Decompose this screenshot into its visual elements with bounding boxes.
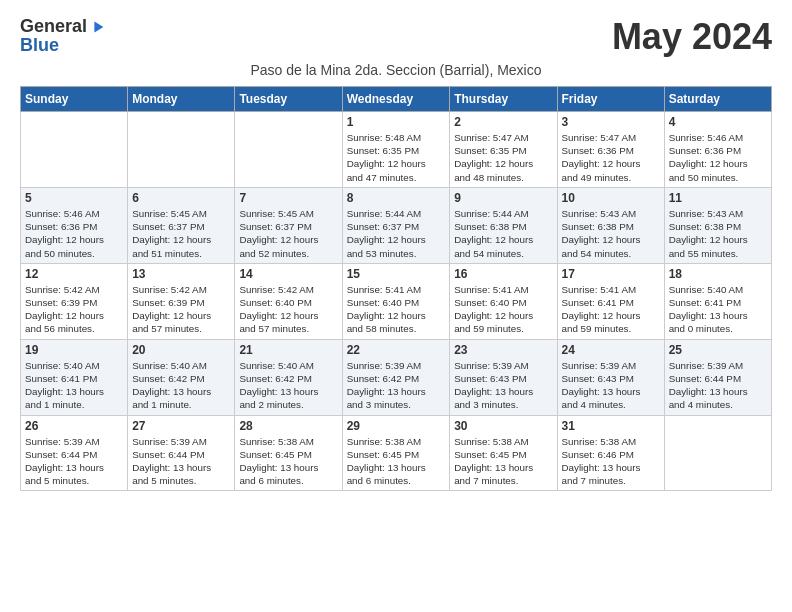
day-info: Sunrise: 5:46 AM Sunset: 6:36 PM Dayligh… [669, 131, 767, 184]
day-info: Sunrise: 5:43 AM Sunset: 6:38 PM Dayligh… [562, 207, 660, 260]
calendar-cell: 6Sunrise: 5:45 AM Sunset: 6:37 PM Daylig… [128, 187, 235, 263]
day-number: 12 [25, 267, 123, 281]
calendar-cell: 30Sunrise: 5:38 AM Sunset: 6:45 PM Dayli… [450, 415, 557, 491]
day-info: Sunrise: 5:39 AM Sunset: 6:43 PM Dayligh… [454, 359, 552, 412]
day-info: Sunrise: 5:38 AM Sunset: 6:45 PM Dayligh… [239, 435, 337, 488]
day-number: 29 [347, 419, 446, 433]
day-number: 26 [25, 419, 123, 433]
calendar-cell: 24Sunrise: 5:39 AM Sunset: 6:43 PM Dayli… [557, 339, 664, 415]
calendar-header-monday: Monday [128, 87, 235, 112]
calendar-cell: 9Sunrise: 5:44 AM Sunset: 6:38 PM Daylig… [450, 187, 557, 263]
day-info: Sunrise: 5:42 AM Sunset: 6:39 PM Dayligh… [25, 283, 123, 336]
day-number: 14 [239, 267, 337, 281]
day-number: 18 [669, 267, 767, 281]
calendar-cell: 27Sunrise: 5:39 AM Sunset: 6:44 PM Dayli… [128, 415, 235, 491]
day-number: 9 [454, 191, 552, 205]
logo-general: General [20, 16, 87, 37]
day-number: 1 [347, 115, 446, 129]
day-info: Sunrise: 5:45 AM Sunset: 6:37 PM Dayligh… [239, 207, 337, 260]
calendar-cell: 12Sunrise: 5:42 AM Sunset: 6:39 PM Dayli… [21, 263, 128, 339]
calendar-cell: 20Sunrise: 5:40 AM Sunset: 6:42 PM Dayli… [128, 339, 235, 415]
day-number: 21 [239, 343, 337, 357]
calendar-week-row: 19Sunrise: 5:40 AM Sunset: 6:41 PM Dayli… [21, 339, 772, 415]
day-info: Sunrise: 5:40 AM Sunset: 6:41 PM Dayligh… [25, 359, 123, 412]
svg-marker-0 [94, 22, 103, 33]
calendar-cell [664, 415, 771, 491]
calendar-cell: 19Sunrise: 5:40 AM Sunset: 6:41 PM Dayli… [21, 339, 128, 415]
day-info: Sunrise: 5:43 AM Sunset: 6:38 PM Dayligh… [669, 207, 767, 260]
day-info: Sunrise: 5:39 AM Sunset: 6:44 PM Dayligh… [132, 435, 230, 488]
day-info: Sunrise: 5:47 AM Sunset: 6:36 PM Dayligh… [562, 131, 660, 184]
day-number: 25 [669, 343, 767, 357]
calendar-cell: 5Sunrise: 5:46 AM Sunset: 6:36 PM Daylig… [21, 187, 128, 263]
day-number: 4 [669, 115, 767, 129]
calendar-cell: 2Sunrise: 5:47 AM Sunset: 6:35 PM Daylig… [450, 112, 557, 188]
logo-arrow-icon [89, 18, 107, 36]
calendar-header-saturday: Saturday [664, 87, 771, 112]
calendar-cell: 10Sunrise: 5:43 AM Sunset: 6:38 PM Dayli… [557, 187, 664, 263]
day-info: Sunrise: 5:38 AM Sunset: 6:46 PM Dayligh… [562, 435, 660, 488]
day-info: Sunrise: 5:41 AM Sunset: 6:40 PM Dayligh… [454, 283, 552, 336]
day-number: 31 [562, 419, 660, 433]
calendar-header-thursday: Thursday [450, 87, 557, 112]
day-info: Sunrise: 5:41 AM Sunset: 6:40 PM Dayligh… [347, 283, 446, 336]
day-info: Sunrise: 5:47 AM Sunset: 6:35 PM Dayligh… [454, 131, 552, 184]
logo-blue: Blue [20, 35, 107, 56]
calendar-cell: 4Sunrise: 5:46 AM Sunset: 6:36 PM Daylig… [664, 112, 771, 188]
day-info: Sunrise: 5:44 AM Sunset: 6:38 PM Dayligh… [454, 207, 552, 260]
day-info: Sunrise: 5:40 AM Sunset: 6:42 PM Dayligh… [132, 359, 230, 412]
calendar-header-sunday: Sunday [21, 87, 128, 112]
calendar-header-wednesday: Wednesday [342, 87, 450, 112]
calendar-cell: 26Sunrise: 5:39 AM Sunset: 6:44 PM Dayli… [21, 415, 128, 491]
calendar-cell: 13Sunrise: 5:42 AM Sunset: 6:39 PM Dayli… [128, 263, 235, 339]
calendar-cell: 25Sunrise: 5:39 AM Sunset: 6:44 PM Dayli… [664, 339, 771, 415]
day-info: Sunrise: 5:42 AM Sunset: 6:40 PM Dayligh… [239, 283, 337, 336]
calendar-cell: 8Sunrise: 5:44 AM Sunset: 6:37 PM Daylig… [342, 187, 450, 263]
calendar-cell: 7Sunrise: 5:45 AM Sunset: 6:37 PM Daylig… [235, 187, 342, 263]
calendar-week-row: 12Sunrise: 5:42 AM Sunset: 6:39 PM Dayli… [21, 263, 772, 339]
day-number: 15 [347, 267, 446, 281]
calendar-cell: 14Sunrise: 5:42 AM Sunset: 6:40 PM Dayli… [235, 263, 342, 339]
day-info: Sunrise: 5:38 AM Sunset: 6:45 PM Dayligh… [347, 435, 446, 488]
day-number: 6 [132, 191, 230, 205]
day-number: 13 [132, 267, 230, 281]
calendar-cell: 11Sunrise: 5:43 AM Sunset: 6:38 PM Dayli… [664, 187, 771, 263]
calendar-cell: 28Sunrise: 5:38 AM Sunset: 6:45 PM Dayli… [235, 415, 342, 491]
calendar-header-row: SundayMondayTuesdayWednesdayThursdayFrid… [21, 87, 772, 112]
day-number: 22 [347, 343, 446, 357]
month-title: May 2024 [612, 16, 772, 58]
logo: General Blue [20, 16, 107, 56]
day-info: Sunrise: 5:46 AM Sunset: 6:36 PM Dayligh… [25, 207, 123, 260]
day-info: Sunrise: 5:39 AM Sunset: 6:44 PM Dayligh… [669, 359, 767, 412]
day-number: 10 [562, 191, 660, 205]
day-number: 30 [454, 419, 552, 433]
calendar-table: SundayMondayTuesdayWednesdayThursdayFrid… [20, 86, 772, 491]
calendar-cell: 21Sunrise: 5:40 AM Sunset: 6:42 PM Dayli… [235, 339, 342, 415]
day-number: 3 [562, 115, 660, 129]
day-number: 7 [239, 191, 337, 205]
day-number: 11 [669, 191, 767, 205]
day-info: Sunrise: 5:40 AM Sunset: 6:41 PM Dayligh… [669, 283, 767, 336]
day-number: 5 [25, 191, 123, 205]
day-info: Sunrise: 5:41 AM Sunset: 6:41 PM Dayligh… [562, 283, 660, 336]
calendar-week-row: 5Sunrise: 5:46 AM Sunset: 6:36 PM Daylig… [21, 187, 772, 263]
calendar-header-friday: Friday [557, 87, 664, 112]
day-info: Sunrise: 5:48 AM Sunset: 6:35 PM Dayligh… [347, 131, 446, 184]
calendar-cell: 15Sunrise: 5:41 AM Sunset: 6:40 PM Dayli… [342, 263, 450, 339]
day-number: 24 [562, 343, 660, 357]
calendar-cell: 17Sunrise: 5:41 AM Sunset: 6:41 PM Dayli… [557, 263, 664, 339]
day-number: 20 [132, 343, 230, 357]
day-info: Sunrise: 5:39 AM Sunset: 6:44 PM Dayligh… [25, 435, 123, 488]
calendar-header-tuesday: Tuesday [235, 87, 342, 112]
calendar-cell: 16Sunrise: 5:41 AM Sunset: 6:40 PM Dayli… [450, 263, 557, 339]
calendar-cell: 3Sunrise: 5:47 AM Sunset: 6:36 PM Daylig… [557, 112, 664, 188]
day-info: Sunrise: 5:40 AM Sunset: 6:42 PM Dayligh… [239, 359, 337, 412]
calendar-week-row: 1Sunrise: 5:48 AM Sunset: 6:35 PM Daylig… [21, 112, 772, 188]
day-number: 28 [239, 419, 337, 433]
day-number: 19 [25, 343, 123, 357]
subtitle: Paso de la Mina 2da. Seccion (Barrial), … [20, 62, 772, 78]
day-number: 16 [454, 267, 552, 281]
calendar-cell: 1Sunrise: 5:48 AM Sunset: 6:35 PM Daylig… [342, 112, 450, 188]
calendar-week-row: 26Sunrise: 5:39 AM Sunset: 6:44 PM Dayli… [21, 415, 772, 491]
day-info: Sunrise: 5:42 AM Sunset: 6:39 PM Dayligh… [132, 283, 230, 336]
